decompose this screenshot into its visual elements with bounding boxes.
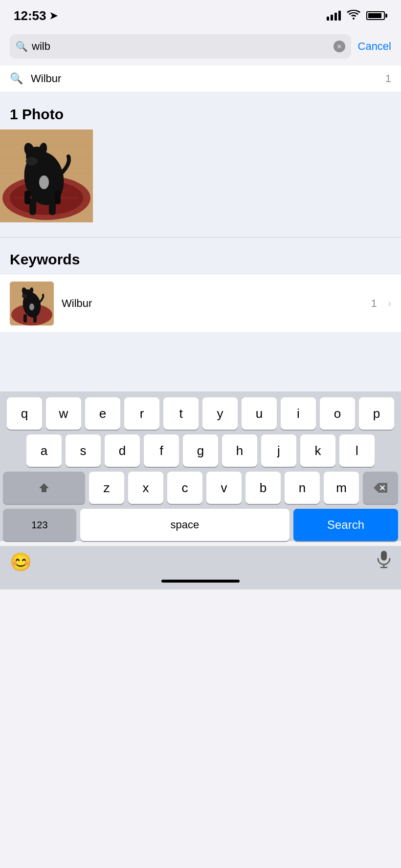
key-r[interactable]: r [124, 397, 159, 430]
battery-icon [366, 11, 387, 20]
num-key[interactable]: 123 [3, 509, 76, 541]
keyword-label: Wilbur [62, 297, 363, 310]
search-input[interactable] [32, 40, 330, 53]
search-input-wrapper[interactable]: 🔍 ✕ [10, 34, 351, 59]
clear-button[interactable]: ✕ [334, 41, 345, 52]
empty-space [0, 333, 401, 391]
key-d[interactable]: d [105, 434, 140, 467]
key-m[interactable]: m [324, 472, 359, 504]
key-l[interactable]: l [339, 434, 375, 467]
space-key[interactable]: space [80, 509, 290, 541]
svg-rect-26 [23, 314, 27, 323]
search-key[interactable]: Search [293, 509, 398, 541]
keywords-section-header: Keywords [0, 238, 401, 275]
svg-point-28 [29, 304, 34, 310]
key-v[interactable]: v [206, 472, 242, 504]
key-h[interactable]: h [222, 434, 257, 467]
svg-rect-14 [29, 198, 36, 215]
photo-thumb-1[interactable] [0, 130, 93, 222]
key-x[interactable]: x [128, 472, 163, 504]
keyboard-row-2: a s d f g h j k l [3, 434, 398, 467]
chevron-right-icon: › [388, 297, 391, 310]
key-t[interactable]: t [163, 397, 199, 430]
signal-icon [327, 11, 341, 21]
svg-rect-16 [24, 191, 30, 204]
suggestion-search-icon: 🔍 [10, 72, 23, 85]
svg-rect-27 [33, 314, 37, 323]
photo-section-header: 1 Photo [0, 92, 401, 130]
key-e[interactable]: e [85, 397, 120, 430]
key-q[interactable]: q [7, 397, 42, 430]
suggestion-row[interactable]: 🔍 Wilbur 1 [0, 65, 401, 92]
key-g[interactable]: g [183, 434, 218, 467]
key-i[interactable]: i [281, 397, 316, 430]
status-time: 12:53 ➤ [14, 8, 58, 23]
key-b[interactable]: b [245, 472, 281, 504]
keyboard-row-1: q w e r t y u i o p [3, 397, 398, 430]
content-area: 1 Photo [0, 92, 401, 391]
key-p[interactable]: p [359, 397, 394, 430]
cancel-button[interactable]: Cancel [358, 40, 391, 53]
search-bar-row: 🔍 ✕ Cancel [0, 29, 401, 65]
bottom-toolbar: 😊 [0, 546, 401, 580]
photo-grid [0, 130, 401, 237]
wifi-icon [347, 10, 360, 22]
keyword-thumb [10, 282, 54, 326]
microphone-button[interactable] [377, 551, 391, 573]
svg-rect-15 [49, 198, 56, 215]
svg-point-11 [26, 157, 38, 166]
key-k[interactable]: k [300, 434, 335, 467]
svg-point-18 [39, 175, 49, 189]
suggestion-count: 1 [385, 72, 391, 85]
key-s[interactable]: s [66, 434, 101, 467]
key-n[interactable]: n [285, 472, 320, 504]
key-f[interactable]: f [144, 434, 179, 467]
emoji-button[interactable]: 😊 [10, 552, 32, 572]
key-u[interactable]: u [242, 397, 277, 430]
location-icon: ➤ [49, 10, 58, 22]
key-y[interactable]: y [202, 397, 238, 430]
svg-point-25 [22, 294, 27, 298]
shift-key[interactable] [3, 472, 85, 504]
key-w[interactable]: w [46, 397, 81, 430]
keyboard-row-3: z x c v b n m [3, 472, 398, 504]
key-c[interactable]: c [167, 472, 202, 504]
keywords-section: Keywords Wilbur 1 [0, 238, 401, 333]
svg-rect-31 [381, 551, 387, 561]
home-indicator [0, 580, 401, 589]
keyword-count: 1 [371, 297, 377, 310]
key-j[interactable]: j [261, 434, 296, 467]
key-z[interactable]: z [89, 472, 124, 504]
keyboard-row-4: 123 space Search [3, 509, 398, 541]
keyboard: q w e r t y u i o p a s d f g h j k l z … [0, 391, 401, 541]
key-o[interactable]: o [320, 397, 355, 430]
key-a[interactable]: a [26, 434, 62, 467]
status-bar: 12:53 ➤ [0, 0, 401, 29]
status-icons [327, 10, 387, 22]
keyword-row[interactable]: Wilbur 1 › [0, 275, 401, 333]
search-icon: 🔍 [16, 41, 28, 52]
suggestion-text: Wilbur [31, 72, 385, 85]
home-bar [161, 580, 240, 583]
svg-rect-17 [55, 191, 61, 204]
backspace-key[interactable] [363, 472, 398, 504]
